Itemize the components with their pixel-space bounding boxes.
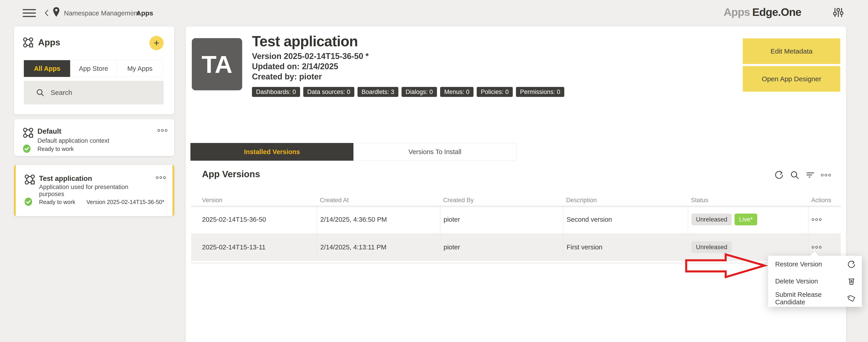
status-badge-unreleased: Unreleased — [691, 214, 732, 225]
cell-status: Unreleased Live* — [688, 206, 808, 233]
restore-icon — [847, 260, 856, 269]
back-icon[interactable] — [43, 8, 51, 18]
badge-data-sources: Data sources: 0 — [303, 87, 354, 97]
filter-icon[interactable] — [805, 170, 815, 180]
card-status-text: Ready to work — [37, 146, 74, 152]
breadcrumb-separator: | — [130, 8, 132, 17]
app-card-default[interactable]: Default Default application context Read… — [14, 119, 174, 156]
menu-item-submit-release-candidate[interactable]: Submit Release Candidate — [768, 290, 862, 307]
cell-actions — [808, 206, 841, 233]
tab-all-apps[interactable]: All Apps — [24, 60, 70, 77]
col-actions: Actions — [808, 195, 841, 206]
card-title: Test application — [39, 175, 92, 183]
menu-item-label: Submit Release Candidate — [775, 291, 847, 306]
card-version-text: Version 2025-02-14T15-36-50* — [87, 199, 164, 206]
stat-badges: Dashboards: 0 Data sources: 0 Boardlets:… — [252, 87, 564, 97]
status-check-icon — [22, 144, 31, 153]
table-header-row: Version Created At Created By Descriptio… — [191, 195, 841, 206]
table-toolbar — [774, 170, 831, 180]
hamburger-menu-icon[interactable] — [23, 9, 36, 17]
menu-item-label: Restore Version — [775, 260, 822, 268]
add-app-button[interactable]: + — [149, 36, 164, 50]
apps-panel: Apps + All Apps App Store My Apps — [14, 27, 174, 114]
edit-metadata-button[interactable]: Edit Metadata — [743, 38, 840, 64]
app-logo: AppsEdge.One — [724, 6, 801, 19]
status-badge-unreleased: Unreleased — [691, 241, 732, 253]
trash-icon — [847, 277, 856, 286]
logo-prefix: Apps — [724, 6, 750, 18]
card-description: Default application context — [37, 137, 110, 144]
row-context-menu: Restore Version Delete Version Submit Re… — [768, 256, 862, 307]
badge-permissions: Permissions: 0 — [516, 87, 564, 97]
cell-created-by: pioter — [440, 233, 563, 261]
tab-my-apps[interactable]: My Apps — [117, 60, 163, 77]
cell-created-at: 2/14/2025, 4:36:50 PM — [317, 206, 440, 233]
col-version: Version — [191, 195, 317, 206]
search-icon — [36, 88, 45, 97]
apps-grid-icon — [22, 36, 34, 48]
badge-boardlets: Boardlets: 3 — [358, 87, 398, 97]
version-tabs: Installed Versions Versions To Install — [190, 143, 517, 161]
open-app-designer-button[interactable]: Open App Designer — [743, 66, 840, 92]
app-grid-icon — [24, 174, 36, 185]
menu-item-restore-version[interactable]: Restore Version — [768, 256, 862, 273]
breadcrumb-namespace-management[interactable]: Namespace Management — [64, 9, 140, 17]
app-card-test-application[interactable]: Test application Application used for pr… — [14, 165, 174, 216]
cell-version: 2025-02-14T15-36-50 — [191, 206, 317, 233]
table-row[interactable]: 2025-02-14T15-36-50 2/14/2025, 4:36:50 P… — [191, 206, 841, 233]
status-check-icon — [24, 197, 33, 206]
updated-line: Updated on: 2/14/2025 — [252, 62, 338, 71]
card-more-icon[interactable] — [158, 129, 167, 132]
card-more-icon[interactable] — [156, 176, 166, 179]
page-title: Test application — [252, 33, 358, 50]
row-actions-icon[interactable] — [812, 218, 822, 221]
header-shadow — [191, 206, 841, 208]
app-versions-table: Version Created At Created By Descriptio… — [191, 195, 841, 263]
section-title-app-versions: App Versions — [202, 169, 260, 179]
badge-menus: Menus: 0 — [440, 87, 473, 97]
col-description: Description — [563, 195, 688, 206]
created-line: Created by: pioter — [252, 72, 322, 82]
logo-name: Edge.One — [752, 6, 801, 18]
table-more-icon[interactable] — [821, 170, 831, 180]
cell-created-at: 2/14/2025, 4:13:11 PM — [317, 233, 440, 261]
badge-dashboards: Dashboards: 0 — [252, 87, 300, 97]
status-badge-live: Live* — [735, 214, 757, 225]
settings-sliders-icon[interactable] — [833, 7, 844, 18]
app-grid-icon — [22, 127, 34, 139]
col-created-at: Created At — [317, 195, 440, 206]
refresh-icon[interactable] — [774, 170, 784, 180]
col-created-by: Created By — [440, 195, 563, 206]
card-description: Application used for presentation purpos… — [39, 184, 148, 198]
menu-item-delete-version[interactable]: Delete Version — [768, 273, 862, 290]
version-line: Version 2025-02-14T15-36-50 * — [252, 52, 369, 61]
cell-created-by: pioter — [440, 206, 563, 233]
search-box — [24, 81, 164, 104]
app-window: Namespace Management | Apps AppsEdge.One… — [0, 0, 868, 342]
badge-policies: Policies: 0 — [477, 87, 513, 97]
col-status: Status — [688, 195, 808, 206]
menu-item-label: Delete Version — [775, 278, 818, 285]
tab-versions-to-install[interactable]: Versions To Install — [353, 143, 517, 161]
sidebar-tabs: All Apps App Store My Apps — [24, 60, 164, 77]
breadcrumb-current-apps: Apps — [136, 9, 153, 17]
app-avatar: TA — [192, 38, 242, 90]
row-actions-icon[interactable] — [812, 246, 822, 249]
card-status-text: Ready to work — [39, 199, 75, 206]
search-icon[interactable] — [790, 170, 800, 180]
app-detail-panel: TA Test application Version 2025-02-14T1… — [186, 27, 846, 342]
location-pin-icon — [52, 6, 61, 18]
search-input[interactable] — [51, 81, 160, 104]
badge-dialogs: Dialogs: 0 — [402, 87, 437, 97]
tab-app-store[interactable]: App Store — [70, 60, 117, 77]
cell-description: First version — [563, 233, 688, 261]
tag-icon — [847, 294, 856, 303]
table-row[interactable]: 2025-02-14T15-13-11 2/14/2025, 4:13:11 P… — [191, 233, 841, 261]
cell-version: 2025-02-14T15-13-11 — [191, 233, 317, 261]
apps-panel-title: Apps — [38, 37, 60, 48]
tab-installed-versions[interactable]: Installed Versions — [190, 143, 353, 161]
card-title: Default — [37, 127, 61, 135]
cell-description: Second version — [563, 206, 688, 233]
